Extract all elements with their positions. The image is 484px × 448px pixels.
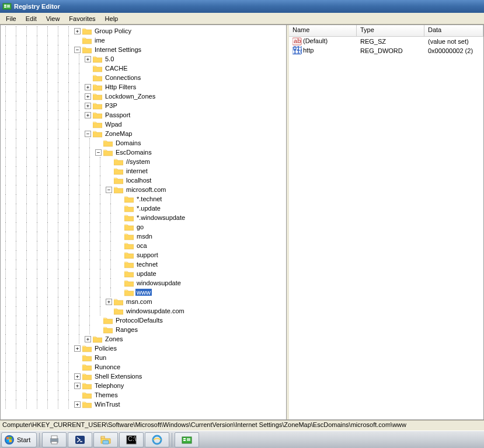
tree-node[interactable]: +P3P — [1, 101, 286, 110]
tree-node[interactable]: windowsupdate — [1, 278, 286, 288]
tree-node[interactable]: +Lockdown_Zones — [1, 92, 286, 101]
tree-node-label[interactable]: Wpad — [104, 121, 123, 128]
tree-node[interactable]: +msn.com — [1, 297, 286, 306]
tree-node-label[interactable]: Domains — [114, 139, 142, 146]
tree-node-label[interactable]: WinTrust — [93, 401, 121, 408]
taskbar-explorer[interactable] — [93, 432, 118, 447]
tree-node-label[interactable]: Http Filters — [104, 83, 137, 90]
tree-node-label[interactable]: internet — [125, 167, 149, 174]
tree-node-label[interactable]: go — [135, 223, 145, 230]
tree-node[interactable]: CACHE — [1, 64, 286, 73]
tree-node-label[interactable]: ime — [93, 37, 106, 44]
collapse-toggle[interactable]: − — [95, 149, 102, 156]
tree-node[interactable]: +WinTrust — [1, 400, 286, 409]
tree-node[interactable]: +Telephony — [1, 381, 286, 390]
tree-node[interactable]: +Group Policy — [1, 26, 286, 36]
tree-node[interactable]: internet — [1, 166, 286, 176]
tree-node-label[interactable]: //system — [125, 158, 151, 165]
tree-node-label[interactable]: support — [135, 251, 159, 258]
tree-node-label[interactable]: www — [135, 289, 152, 296]
tree-node[interactable]: Domains — [1, 138, 286, 148]
tree-node[interactable]: oca — [1, 241, 286, 250]
tree-node-label[interactable]: windowsupdate — [135, 279, 182, 286]
tree-node[interactable]: −Internet Settings — [1, 45, 286, 54]
tree-node-label[interactable]: Zones — [104, 335, 124, 342]
taskbar-powershell[interactable] — [68, 432, 92, 447]
tree-node-label[interactable]: Connections — [104, 74, 142, 81]
tree-node[interactable]: +Shell Extensions — [1, 372, 286, 381]
menu-file[interactable]: File — [1, 14, 21, 23]
tree-node-label[interactable]: Telephony — [93, 382, 125, 389]
collapse-toggle[interactable]: − — [74, 47, 81, 53]
menu-help[interactable]: Help — [100, 14, 123, 23]
expand-toggle[interactable]: + — [85, 336, 91, 342]
tree-node[interactable]: msdn — [1, 232, 286, 241]
tree-node-label[interactable]: microsoft.com — [125, 186, 167, 193]
taskbar-printer[interactable] — [42, 432, 67, 447]
tree-node-label[interactable]: *.update — [135, 205, 162, 212]
tree-node-label[interactable]: Runonce — [93, 363, 121, 370]
tree-node-label[interactable]: localhost — [125, 177, 152, 184]
tree-node[interactable]: go — [1, 222, 286, 232]
tree-node-label[interactable]: Themes — [93, 391, 119, 398]
expand-toggle[interactable]: + — [106, 299, 112, 305]
tree-node-label[interactable]: *.windowsupdate — [135, 214, 186, 221]
tree-node-label[interactable]: CACHE — [104, 65, 129, 72]
expand-toggle[interactable]: + — [85, 112, 91, 118]
tree-node-label[interactable]: ZoneMap — [104, 130, 133, 137]
tree-node[interactable]: www — [1, 288, 286, 297]
tree-node[interactable]: *.update — [1, 204, 286, 213]
expand-toggle[interactable]: + — [85, 93, 91, 100]
tree-node-label[interactable]: Lockdown_Zones — [104, 93, 156, 100]
tree-node-label[interactable]: Run — [93, 354, 107, 361]
menu-favorites[interactable]: Favorites — [64, 14, 100, 23]
expand-toggle[interactable]: + — [74, 383, 81, 389]
tree-node[interactable]: technet — [1, 260, 286, 269]
tree-node[interactable]: Runonce — [1, 362, 286, 372]
tree-node[interactable]: +Passport — [1, 110, 286, 120]
taskbar-regedit[interactable] — [175, 432, 199, 447]
tree-node[interactable]: +Policies — [1, 344, 286, 353]
tree-node[interactable]: Ranges — [1, 325, 286, 334]
tree-node-label[interactable]: ProtocolDefaults — [114, 317, 164, 324]
collapse-toggle[interactable]: − — [85, 131, 91, 137]
tree-node[interactable]: //system — [1, 157, 286, 166]
tree-node-label[interactable]: Ranges — [114, 326, 139, 333]
value-row[interactable]: (Default)REG_SZ(value not set) — [289, 37, 483, 46]
tree-node-label[interactable]: *.technet — [135, 195, 163, 202]
expand-toggle[interactable]: + — [85, 84, 91, 90]
menu-view[interactable]: View — [41, 14, 65, 23]
tree-node-label[interactable]: Policies — [93, 345, 118, 352]
tree-node-label[interactable]: Internet Settings — [93, 46, 142, 53]
expand-toggle[interactable]: + — [74, 345, 81, 352]
tree-panel[interactable]: +Group Policyime−Internet Settings+5.0CA… — [1, 25, 287, 419]
tree-node-label[interactable]: windowsupdate.com — [125, 307, 186, 314]
tree-node[interactable]: +Zones — [1, 334, 286, 344]
expand-toggle[interactable]: + — [74, 28, 81, 34]
tree-node[interactable]: Connections — [1, 73, 286, 82]
tree-node[interactable]: support — [1, 250, 286, 260]
start-button[interactable]: Start — [1, 432, 37, 447]
tree-node[interactable]: −ZoneMap — [1, 129, 286, 138]
tree-node[interactable]: Themes — [1, 390, 286, 400]
tree-node[interactable]: −microsoft.com — [1, 185, 286, 194]
tree-node-label[interactable]: EscDomains — [114, 149, 153, 156]
tree-node[interactable]: Wpad — [1, 120, 286, 129]
expand-toggle[interactable]: + — [85, 56, 91, 62]
value-row[interactable]: httpREG_DWORD0x00000002 (2) — [289, 46, 483, 55]
tree-node-label[interactable]: update — [135, 270, 158, 277]
tree-node[interactable]: ProtocolDefaults — [1, 316, 286, 325]
tree-node-label[interactable]: P3P — [104, 102, 119, 109]
menu-edit[interactable]: Edit — [21, 14, 41, 23]
col-type[interactable]: Type — [357, 25, 424, 36]
tree-node[interactable]: +Http Filters — [1, 82, 286, 92]
tree-node[interactable]: *.windowsupdate — [1, 213, 286, 222]
tree-node[interactable]: +5.0 — [1, 54, 286, 64]
taskbar-ie[interactable] — [145, 432, 169, 447]
tree-node-label[interactable]: msn.com — [125, 298, 154, 305]
taskbar-cmd[interactable]: C:\ — [119, 432, 144, 447]
tree-node[interactable]: update — [1, 269, 286, 278]
collapse-toggle[interactable]: − — [106, 187, 112, 193]
col-data[interactable]: Data — [424, 25, 483, 36]
col-name[interactable]: Name — [289, 25, 357, 36]
